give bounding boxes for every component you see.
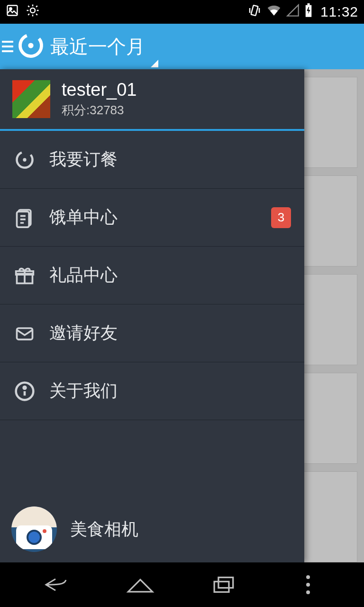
menu-item-label: 邀请好友 <box>49 322 118 345</box>
menu-item-label: 关于我们 <box>49 379 118 403</box>
clipboard-icon <box>13 207 36 228</box>
svg-point-2 <box>30 8 35 13</box>
svg-rect-14 <box>17 328 33 340</box>
svg-rect-17 <box>214 581 229 592</box>
svg-rect-3 <box>251 5 258 16</box>
app-bar: 最近一个月 <box>0 24 364 69</box>
page-title[interactable]: 最近一个月 <box>50 34 145 60</box>
profile-username: tester_01 <box>62 80 136 100</box>
system-nav-bar <box>0 562 364 607</box>
image-icon <box>6 4 19 20</box>
svg-point-16 <box>24 386 26 389</box>
menu-item-gifts[interactable]: 礼品中心 <box>0 247 304 304</box>
menu-item-invite[interactable]: 邀请好友 <box>0 304 304 362</box>
svg-point-7 <box>28 43 33 48</box>
back-button[interactable] <box>35 574 78 595</box>
svg-rect-0 <box>8 5 18 15</box>
menu-button[interactable] <box>2 41 13 52</box>
svg-point-1 <box>9 8 12 10</box>
status-time: 11:32 <box>320 4 358 20</box>
mail-icon <box>13 323 36 344</box>
svg-point-9 <box>23 158 26 161</box>
profile-section[interactable]: tester_01 积分:32783 <box>0 69 304 129</box>
vibrate-icon <box>247 3 262 21</box>
menu-item-label: 礼品中心 <box>49 264 118 287</box>
wifi-icon <box>266 3 282 21</box>
app-logo-icon <box>18 33 44 60</box>
menu-item-label: 饿单中心 <box>49 206 118 229</box>
menu-list: 我要订餐 饿单中心 3 礼品中心 邀请好友 <box>0 131 304 420</box>
menu-overflow-button[interactable] <box>287 575 329 594</box>
menu-item-order[interactable]: 我要订餐 <box>0 131 304 189</box>
brightness-icon <box>26 3 40 21</box>
profile-points: 积分:32783 <box>62 102 136 119</box>
food-camera-icon <box>11 506 57 552</box>
signal-icon <box>286 4 300 20</box>
recent-apps-button[interactable] <box>203 574 246 595</box>
home-button[interactable] <box>119 574 162 595</box>
avatar <box>12 80 50 118</box>
food-camera-label: 美食相机 <box>70 518 138 541</box>
drawer-overlay[interactable] <box>304 69 364 562</box>
battery-charging-icon <box>304 3 313 21</box>
notification-badge: 3 <box>271 207 291 228</box>
menu-item-about[interactable]: 关于我们 <box>0 362 304 420</box>
dropdown-indicator-icon[interactable] <box>151 60 158 67</box>
menu-item-orders-center[interactable]: 饿单中心 3 <box>0 189 304 247</box>
menu-item-food-camera[interactable]: 美食相机 <box>0 496 304 562</box>
svg-rect-5 <box>307 3 309 5</box>
content-area: tester_01 积分:32783 我要订餐 饿单中心 3 <box>0 69 364 562</box>
svg-rect-18 <box>218 578 233 588</box>
menu-item-label: 我要订餐 <box>49 148 118 171</box>
info-icon <box>13 381 36 402</box>
order-icon <box>13 149 36 170</box>
status-bar: 11:32 <box>0 0 364 24</box>
gift-icon <box>13 265 36 286</box>
navigation-drawer: tester_01 积分:32783 我要订餐 饿单中心 3 <box>0 69 304 562</box>
